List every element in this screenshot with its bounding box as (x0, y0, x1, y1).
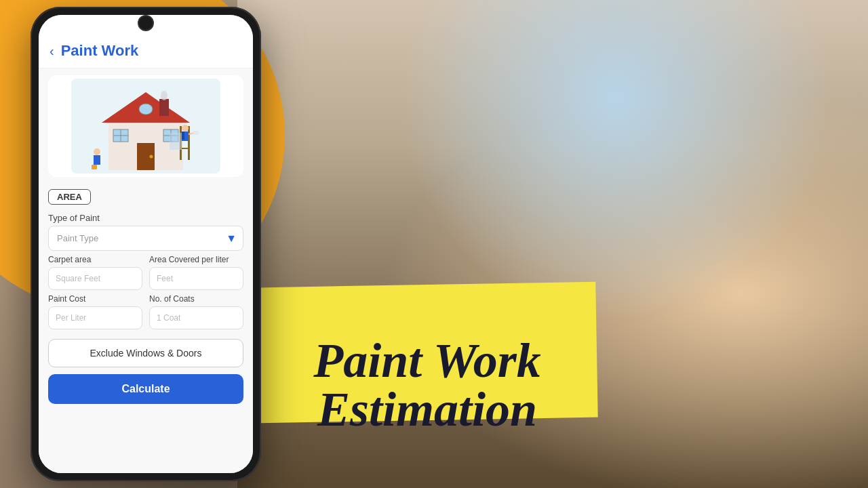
paint-cost-input[interactable] (48, 306, 142, 329)
app-body: AREA Type of Paint Paint Type Emulsion E… (39, 68, 253, 473)
svg-rect-26 (94, 155, 100, 165)
hero-line1: Paint Work (313, 333, 540, 388)
house-illustration (48, 75, 243, 177)
area-badge: AREA (48, 184, 243, 209)
paint-type-dropdown-wrapper: Paint Type Emulsion Enamel Acrylic Diste… (48, 226, 243, 251)
carpet-area-label: Carpet area (48, 255, 142, 264)
back-button[interactable]: ‹ (50, 43, 54, 59)
carpet-area-col: Carpet area (48, 255, 142, 290)
area-covered-col: Area Covered per liter (149, 255, 243, 290)
svg-rect-3 (159, 99, 169, 116)
svg-point-13 (139, 104, 153, 115)
type-of-paint-section: Type of Paint Paint Type Emulsion Enamel… (48, 213, 243, 251)
svg-point-6 (150, 155, 153, 159)
paint-type-select[interactable]: Paint Type Emulsion Enamel Acrylic Diste… (48, 226, 243, 251)
no-of-coats-col: No. of Coats (149, 294, 243, 329)
svg-point-25 (94, 148, 100, 155)
no-of-coats-input[interactable] (149, 306, 243, 329)
area-badge-label: AREA (48, 189, 91, 205)
svg-rect-21 (182, 131, 184, 140)
area-covered-label: Area Covered per liter (149, 255, 243, 264)
exclude-windows-doors-button[interactable]: Exclude Windows & Doors (48, 339, 243, 367)
phone-device: ‹ Paint Work (31, 7, 261, 481)
svg-rect-23 (193, 131, 199, 135)
paint-cost-col: Paint Cost (48, 294, 142, 329)
hero-text-block: Paint Work Estimation (264, 336, 590, 434)
hero-line2: Estimation (317, 382, 537, 436)
cost-coats-row: Paint Cost No. of Coats (48, 294, 243, 329)
calculate-button[interactable]: Calculate (48, 374, 243, 404)
phone-notch (138, 15, 154, 31)
hero-title: Paint Work Estimation (264, 336, 590, 434)
no-of-coats-label: No. of Coats (149, 294, 243, 304)
carpet-area-input[interactable] (48, 267, 142, 290)
svg-rect-27 (92, 165, 97, 169)
phone-screen: ‹ Paint Work (39, 15, 253, 473)
svg-rect-24 (170, 133, 182, 150)
svg-point-4 (161, 91, 167, 100)
svg-point-19 (182, 125, 189, 131)
app-title: Paint Work (61, 42, 139, 60)
house-svg (71, 79, 220, 174)
area-row: Carpet area Area Covered per liter (48, 255, 243, 290)
phone-wrapper: ‹ Paint Work (31, 7, 261, 481)
type-of-paint-label: Type of Paint (48, 213, 243, 223)
paint-cost-label: Paint Cost (48, 294, 142, 304)
area-covered-input[interactable] (149, 267, 243, 290)
svg-rect-15 (188, 126, 190, 160)
